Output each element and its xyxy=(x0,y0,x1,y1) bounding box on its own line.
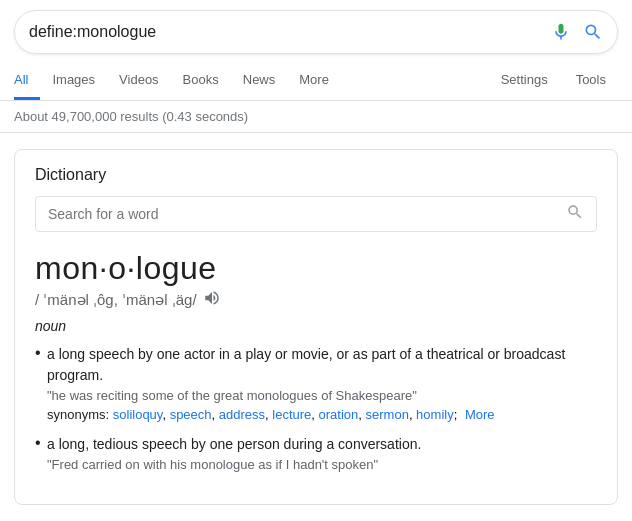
tab-more[interactable]: More xyxy=(287,62,341,100)
dictionary-card: Dictionary mon·o·logue / ˈmänəl ˌôg, ˈmä… xyxy=(14,149,618,505)
word-heading: mon·o·logue xyxy=(35,250,597,287)
tab-videos[interactable]: Videos xyxy=(107,62,171,100)
synonym-sermon[interactable]: sermon xyxy=(366,407,409,422)
def-text-1: a long speech by one actor in a play or … xyxy=(47,344,597,386)
dictionary-title: Dictionary xyxy=(35,166,597,184)
tab-books[interactable]: Books xyxy=(171,62,231,100)
speaker-icon[interactable] xyxy=(203,289,221,310)
header xyxy=(0,0,632,54)
synonym-speech[interactable]: speech xyxy=(170,407,212,422)
dictionary-search-bar xyxy=(35,196,597,232)
tab-news[interactable]: News xyxy=(231,62,288,100)
word-phonetic: / ˈmänəl ˌôg, ˈmänəl ˌäg/ xyxy=(35,289,597,310)
word-pos: noun xyxy=(35,318,597,334)
definition-item-1: a long speech by one actor in a play or … xyxy=(35,344,597,422)
nav-right: Settings Tools xyxy=(501,62,618,100)
nav-left: All Images Videos Books News More xyxy=(14,62,501,100)
synonym-homily[interactable]: homily xyxy=(416,407,454,422)
synonym-address[interactable]: address xyxy=(219,407,265,422)
search-bar xyxy=(14,10,618,54)
dictionary-search-input[interactable] xyxy=(48,206,566,222)
results-count: About 49,700,000 results (0.43 seconds) xyxy=(0,101,632,133)
tab-images[interactable]: Images xyxy=(40,62,107,100)
synonyms-label: synonyms: xyxy=(47,407,109,422)
mic-icon[interactable] xyxy=(551,22,571,42)
search-icons xyxy=(551,22,603,42)
synonym-oration[interactable]: oration xyxy=(319,407,359,422)
def-text-2: a long, tedious speech by one person dur… xyxy=(47,434,597,455)
search-input[interactable] xyxy=(29,23,551,41)
dictionary-search-icon[interactable] xyxy=(566,203,584,225)
synonyms-line: synonyms: soliloquy, speech, address, le… xyxy=(47,407,597,422)
synonym-soliloquy[interactable]: soliloquy xyxy=(113,407,163,422)
definitions-list: a long speech by one actor in a play or … xyxy=(35,344,597,472)
tab-tools[interactable]: Tools xyxy=(564,62,618,100)
search-button[interactable] xyxy=(583,22,603,42)
def-example-2: "Fred carried on with his monologue as i… xyxy=(47,457,597,472)
def-example-1: "he was reciting some of the great monol… xyxy=(47,388,597,403)
tab-settings[interactable]: Settings xyxy=(501,62,560,100)
synonym-lecture[interactable]: lecture xyxy=(272,407,311,422)
definition-item-2: a long, tedious speech by one person dur… xyxy=(35,434,597,472)
synonyms-more-link[interactable]: More xyxy=(465,407,495,422)
nav-tabs: All Images Videos Books News More Settin… xyxy=(0,62,632,101)
tab-all[interactable]: All xyxy=(14,62,40,100)
